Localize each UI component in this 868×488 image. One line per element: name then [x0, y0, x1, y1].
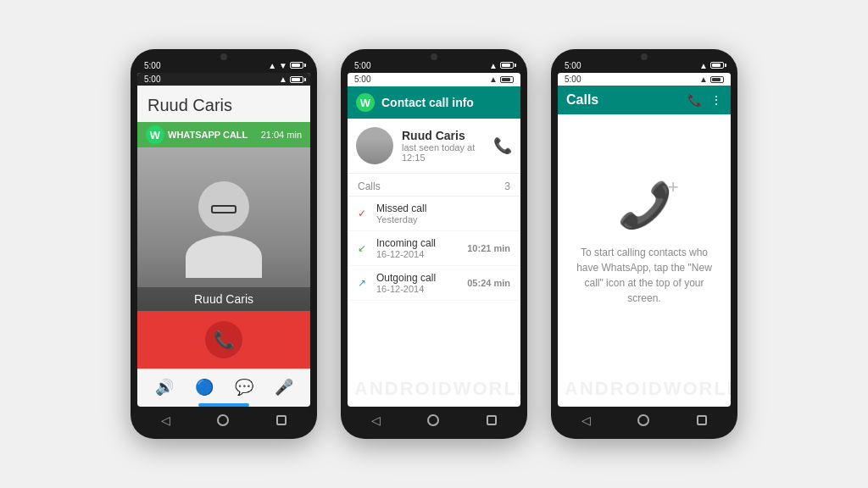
bluetooth-button[interactable]: 🔵 — [195, 378, 214, 396]
calls-count: 3 — [504, 180, 510, 192]
back-btn-2[interactable] — [371, 413, 381, 427]
battery-s1 — [290, 76, 303, 83]
call-details-3: Outgoing call 16-12-2014 — [376, 272, 460, 294]
recent-button[interactable] — [276, 415, 287, 425]
calls-header: Calls 3 — [348, 174, 520, 197]
recent-btn-3[interactable] — [697, 415, 707, 425]
contact-photo: Ruud Caris — [137, 147, 310, 311]
mute-button[interactable]: 🎤 — [275, 378, 293, 396]
call-item-2[interactable]: ↙ Incoming call 16-12-2014 10:21 min — [348, 231, 520, 266]
call-details-1: Missed call Yesterday — [376, 202, 510, 225]
screen2-title: Contact call info — [381, 96, 474, 109]
phone1-nav — [137, 407, 310, 430]
call-name-overlay: Ruud Caris — [137, 287, 310, 311]
battery-s3 — [710, 76, 724, 83]
phone2-status-time: 5:00 — [354, 61, 370, 70]
screen3-toolbar: Calls 📞 ⋮ — [558, 86, 731, 114]
watermark-2: ANDROIDWORLD — [348, 371, 520, 407]
home-btn-3[interactable] — [637, 414, 649, 426]
phone-icon-large: 📞 — [617, 180, 672, 231]
camera-dot-2 — [431, 53, 437, 60]
signal-icon-p3: ▲ — [699, 61, 708, 70]
screen2: 5:00 ▲ W Contact call info Ruud Caris la… — [348, 73, 520, 407]
call-type-1: Missed call — [376, 202, 510, 214]
home-btn-2[interactable] — [427, 414, 439, 426]
wa-logo-2: W — [356, 93, 375, 112]
call-date-2: 16-12-2014 — [376, 249, 460, 259]
camera-dot-3 — [641, 53, 648, 60]
screen1-time: 5:00 — [144, 75, 160, 84]
wa-call-label: W WHATSAPP CALL — [146, 125, 248, 144]
last-seen: last seen today at 12:15 — [402, 142, 485, 163]
call-item-1[interactable]: ✓ Missed call Yesterday — [348, 197, 520, 231]
new-call-icon[interactable]: 📞 — [687, 93, 702, 107]
screen3-icons: ▲ — [699, 75, 724, 84]
back-button[interactable] — [161, 413, 170, 427]
more-options-icon[interactable]: ⋮ — [710, 93, 722, 107]
face-head — [198, 181, 249, 232]
speaker-button[interactable]: 🔊 — [155, 378, 174, 396]
home-button[interactable] — [217, 414, 229, 426]
call-dur-2: 10:21 min — [467, 243, 510, 253]
whatsapp-call-bar: W WHATSAPP CALL 21:04 min — [137, 122, 310, 147]
calls-label: Calls — [358, 180, 381, 192]
screen3-statusbar: 5:00 ▲ — [558, 73, 731, 86]
wa-call-text: WHATSAPP CALL — [168, 130, 248, 140]
battery-p2 — [500, 62, 514, 69]
call-details-2: Incoming call 16-12-2014 — [376, 237, 460, 259]
outgoing-call-icon: ↗ — [358, 277, 370, 289]
chat-button[interactable]: 💬 — [235, 378, 253, 396]
call-date-3: 16-12-2014 — [376, 284, 460, 294]
wa-logo: W — [146, 125, 164, 144]
phone1-contact-name: Ruud Caris — [137, 86, 310, 122]
camera-dot — [220, 53, 227, 60]
contact-info: Ruud Caris last seen today at 12:15 — [402, 129, 485, 163]
glasses — [211, 205, 236, 214]
back-btn-3[interactable] — [581, 413, 591, 427]
screen1: 5:00 ▲ Ruud Caris W WHATSAPP CALL 21:04 … — [137, 73, 310, 407]
screen2-time: 5:00 — [354, 75, 370, 84]
screen2-icons: ▲ — [489, 75, 514, 84]
call-date-1: Yesterday — [376, 214, 510, 225]
face-body — [186, 236, 262, 278]
call-type-3: Outgoing call — [376, 272, 460, 284]
hang-up-bar: 📞 — [137, 311, 310, 369]
screen1-icons: ▲ — [279, 75, 303, 84]
toolbar-icons: 📞 ⋮ — [687, 93, 722, 107]
phone3-nav — [558, 407, 731, 430]
battery-p3 — [710, 62, 724, 69]
signal-icon: ▲ — [268, 61, 276, 70]
recent-btn-2[interactable] — [487, 415, 497, 425]
call-dur-3: 05:24 min — [467, 278, 510, 288]
phone2-status-icons: ▲ — [489, 61, 514, 70]
phone1-indicator — [198, 403, 249, 407]
call-item-3[interactable]: ↗ Outgoing call 16-12-2014 05:24 min — [348, 266, 520, 301]
phone-3: 5:00 ▲ 5:00 ▲ Calls 📞 ⋮ 📞 + To sta — [551, 49, 737, 439]
signal-s2: ▲ — [489, 75, 498, 84]
watermark-3: ANDROIDWORLD — [558, 371, 731, 407]
contact-name-2: Ruud Caris — [402, 129, 485, 142]
wifi-icon: ▼ — [279, 61, 287, 70]
screen2-toolbar: W Contact call info — [348, 86, 520, 119]
phone3-status-time: 5:00 — [565, 61, 581, 70]
phone2-nav — [348, 407, 520, 430]
calls-section: Calls 3 ✓ Missed call Yesterday ↙ Incomi… — [348, 174, 520, 371]
empty-calls-state: 📞 + To start calling contacts who have W… — [558, 114, 731, 371]
missed-call-icon: ✓ — [358, 208, 370, 219]
contact-avatar — [356, 127, 393, 164]
hang-up-button[interactable]: 📞 — [205, 321, 242, 358]
screen2-statusbar: 5:00 ▲ — [348, 73, 520, 86]
phone3-status-icons: ▲ — [699, 61, 724, 70]
contact-header: Ruud Caris last seen today at 12:15 📞 — [348, 119, 520, 174]
phone-1: 5:00 ▲ ▼ 5:00 ▲ Ruud Caris W WHATSAPP CA… — [131, 49, 317, 439]
call-controls: 🔊 🔵 💬 🎤 — [137, 369, 310, 402]
call-icon[interactable]: 📞 — [493, 136, 512, 155]
screen3: 5:00 ▲ Calls 📞 ⋮ 📞 + To start calling co… — [558, 73, 731, 407]
phone-2: 5:00 ▲ 5:00 ▲ W Contact call info Ruud C… — [341, 49, 527, 439]
avatar-face — [356, 127, 393, 164]
battery-icon — [290, 62, 303, 69]
phone1-status-icons: ▲ ▼ — [268, 61, 303, 70]
signal-icon-p2: ▲ — [489, 61, 498, 70]
call-type-2: Incoming call — [376, 237, 460, 249]
signal-icon-s1: ▲ — [279, 75, 287, 84]
